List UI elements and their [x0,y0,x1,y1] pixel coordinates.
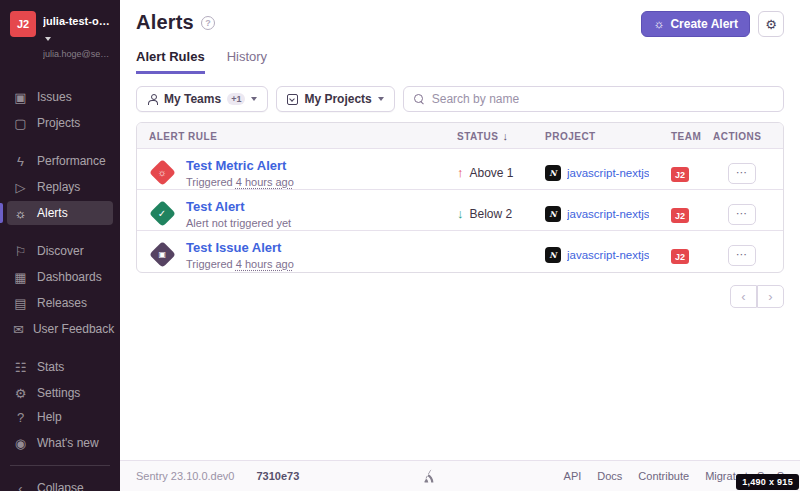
search-input[interactable] [432,92,773,106]
org-switcher[interactable]: J2 julia-test-org-2 julia.hoge@sentry.io [0,0,120,71]
trigger-status-text: Alert not triggered yet [186,217,291,229]
team-badge[interactable]: J2 [671,208,689,223]
footer-link-api[interactable]: API [564,470,582,482]
create-alert-button[interactable]: ☼ Create Alert [641,11,750,37]
sidebar-item-releases[interactable]: ▤ Releases [7,291,113,315]
row-actions-button[interactable]: ⋯ [728,204,756,225]
my-teams-filter[interactable]: My Teams +1 [136,86,268,112]
next-page-button[interactable]: › [757,285,784,308]
org-email: julia.hoge@sentry.io [43,49,112,59]
column-team: TEAM [671,131,713,142]
arrow-down-icon: ↓ [457,206,464,221]
siren-icon: ☼ [653,18,664,30]
issues-icon: ▣ [13,91,28,104]
pagination: ‹ › [136,285,784,308]
column-alert-rule: ALERT RULE [149,131,457,142]
help-info-icon[interactable]: ? [201,16,215,30]
sidebar-item-label: User Feedback [33,322,114,336]
sidebar-item-whats-new[interactable]: ◉ What's new [7,431,113,455]
status-value: Below 2 [470,207,513,221]
project-link[interactable]: javascript-nextjs [567,167,649,179]
sentry-version: Sentry 23.10.0.dev0 [136,470,234,482]
footer-link-docs[interactable]: Docs [597,470,622,482]
replays-icon: ▷ [13,181,28,194]
previous-page-button[interactable]: ‹ [730,285,757,308]
page-title: Alerts [136,11,194,34]
sidebar-item-label: What's new [37,436,99,450]
gear-icon: ⚙ [765,17,777,32]
sidebar-nav: ▣ Issues ▢ Projects ϟ Performance ▷ Repl… [0,71,120,405]
main-content: Alerts ? ☼ Create Alert ⚙ Alert Rules Hi… [120,0,800,491]
table-row: ▣ Test Issue Alert Triggered 4 hours ago… [137,231,783,272]
chevron-down-icon [45,37,51,41]
project-icon [287,94,298,105]
footer-link-contribute[interactable]: Contribute [638,470,689,482]
project-link[interactable]: javascript-nextjs [567,249,649,261]
alerts-settings-button[interactable]: ⚙ [758,11,784,37]
search-box[interactable] [403,86,784,112]
projects-icon: ▢ [13,117,28,130]
sidebar-item-settings[interactable]: ⚙ Settings [7,381,113,405]
table-header: ALERT RULE STATUS ↓ PROJECT TEAM ACTIONS [137,123,783,149]
sidebar-item-label: Stats [37,360,64,374]
alerts-icon: ☼ [13,207,28,220]
row-actions-button[interactable]: ⋯ [728,245,756,266]
sidebar-item-label: Alerts [37,206,68,220]
my-projects-filter[interactable]: My Projects [276,86,394,112]
org-avatar: J2 [10,11,36,37]
sidebar-item-label: Discover [37,244,84,258]
nextjs-project-icon: N [545,165,561,181]
settings-icon: ⚙ [13,387,28,400]
discover-icon: ⚐ [13,245,28,258]
my-projects-label: My Projects [304,92,371,106]
sidebar-item-dashboards[interactable]: ▦ Dashboards [7,265,113,289]
sort-down-icon: ↓ [503,130,509,142]
row-actions-button[interactable]: ⋯ [728,163,756,184]
arrow-up-icon: ↑ [457,165,464,180]
trigger-status-text: Triggered [186,258,236,270]
sidebar-item-label: Dashboards [37,270,102,284]
project-link[interactable]: javascript-nextjs [567,208,649,220]
nextjs-project-icon: N [545,247,561,263]
team-badge[interactable]: J2 [671,249,689,264]
alert-rule-link[interactable]: Test Alert [186,199,291,215]
trigger-status-text: Triggered [186,176,236,188]
alert-rule-link[interactable]: Test Issue Alert [186,240,294,256]
alert-rule-link[interactable]: Test Metric Alert [186,158,294,174]
sidebar-item-replays[interactable]: ▷ Replays [7,175,113,199]
tab-history[interactable]: History [227,49,267,74]
team-badge[interactable]: J2 [671,167,689,182]
time-ago-link[interactable]: 4 hours ago [236,258,294,270]
sidebar-item-user-feedback[interactable]: ✉ User Feedback [7,317,113,341]
sidebar-item-discover[interactable]: ⚐ Discover [7,239,113,263]
siren-icon: ☼ [158,168,167,178]
column-status[interactable]: STATUS ↓ [457,130,545,142]
issue-glyph-icon: ▣ [159,251,167,259]
sidebar-item-label: Settings [37,386,80,400]
help-icon: ? [13,411,28,424]
sentry-logo-icon [423,469,440,484]
person-icon [147,94,158,105]
collapse-icon: ‹ [13,482,28,491]
create-alert-label: Create Alert [670,17,738,31]
sidebar-item-label: Help [37,410,62,424]
sidebar-item-help[interactable]: ? Help [7,405,113,429]
footer: Sentry 23.10.0.dev0 7310e73 API Docs Con… [120,460,800,491]
sidebar-item-performance[interactable]: ϟ Performance [7,149,113,173]
sidebar-item-label: Replays [37,180,80,194]
time-ago-link[interactable]: 4 hours ago [236,176,294,188]
sidebar-item-projects[interactable]: ▢ Projects [7,111,113,135]
user-feedback-icon: ✉ [13,323,24,336]
dashboards-icon: ▦ [13,271,28,284]
table-row: ☼ Test Metric Alert Triggered 4 hours ag… [137,149,783,190]
sidebar-collapse-button[interactable]: ‹ Collapse [7,476,113,491]
sidebar-item-alerts[interactable]: ☼ Alerts [7,201,113,225]
sidebar-item-stats[interactable]: ☷ Stats [7,355,113,379]
tab-alert-rules[interactable]: Alert Rules [136,49,205,74]
alert-rule-subtext: Triggered 4 hours ago [186,258,294,270]
status-value: Above 1 [470,166,514,180]
sidebar-item-label: Performance [37,154,106,168]
sidebar-item-issues[interactable]: ▣ Issues [7,85,113,109]
nextjs-project-icon: N [545,206,561,222]
sidebar: J2 julia-test-org-2 julia.hoge@sentry.io… [0,0,120,491]
